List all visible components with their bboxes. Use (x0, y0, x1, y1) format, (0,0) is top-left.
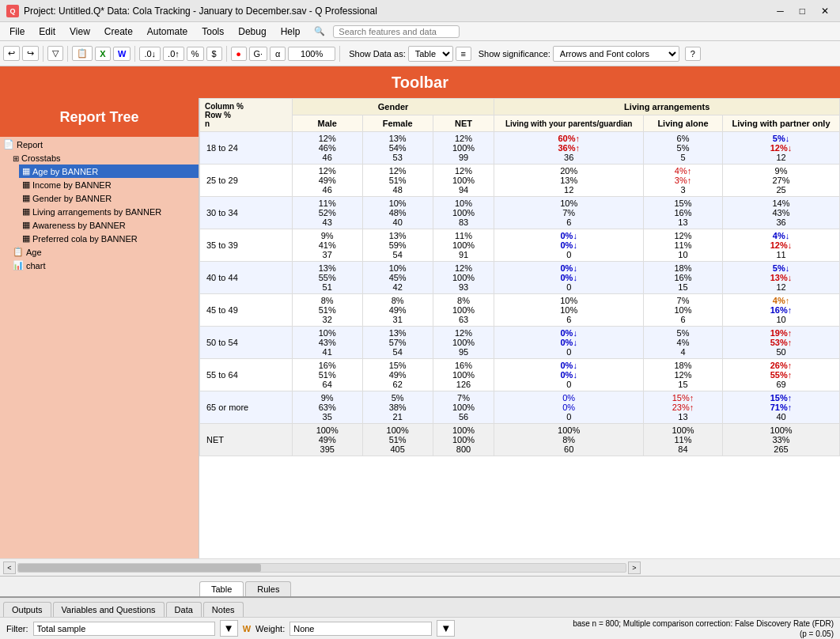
close-button[interactable]: ✕ (816, 6, 834, 17)
significance-dropdown[interactable]: Arrows and Font colors (553, 46, 679, 62)
table-row: 65 or more 9%63%35 5%38%21 7%100%56 0%0%… (200, 391, 840, 424)
minimize-button[interactable]: ─ (772, 6, 789, 17)
alpha-button[interactable]: α (270, 47, 286, 61)
excel-button[interactable]: X (95, 47, 111, 61)
cell-net: 16%100%126 (433, 359, 494, 391)
col-parents-header: Living with your parents/guardian (494, 115, 644, 132)
tree-item-age-banner[interactable]: ▦ Age by BANNER (19, 164, 199, 178)
col-header-colpct: Column % (205, 102, 287, 111)
zoom-button[interactable]: 100% (288, 47, 335, 61)
maximize-button[interactable]: □ (795, 6, 810, 17)
tab-notes[interactable]: Notes (203, 602, 244, 617)
tree-item-income-banner[interactable]: ▦ Income by BANNER (19, 178, 199, 191)
tree-table4-icon: ▦ (22, 206, 30, 217)
cell-partner: 100%33%265 (723, 424, 840, 456)
cell-parents: 0%0%0 (494, 391, 644, 424)
tree-item-preferred-cola[interactable]: ▦ Preferred cola by BANNER (19, 232, 199, 245)
weight-input[interactable] (289, 622, 432, 636)
inc-decimals-button[interactable]: .0↑ (163, 47, 184, 61)
copy-button[interactable]: 📋 (72, 46, 93, 61)
cell-male: 9%41%37 (292, 229, 362, 262)
currency-button[interactable]: $ (206, 47, 222, 61)
table-row: 25 to 29 12%49%46 12%51%48 12%100%94 20%… (200, 164, 840, 197)
tree-item-living-banner[interactable]: ▦ Living arrangements by BANNER (19, 205, 199, 218)
show-data-btn[interactable]: ≡ (456, 47, 471, 61)
scroll-left-btn[interactable]: < (3, 561, 16, 574)
font-button[interactable]: G· (249, 47, 268, 61)
scroll-thumb (18, 564, 261, 572)
row-label: 45 to 49 (200, 294, 293, 327)
tree-item-crosstabs[interactable]: ⊞ Crosstabs (9, 152, 199, 164)
cell-male: 12%46%46 (292, 132, 362, 164)
word-button[interactable]: W (113, 47, 131, 61)
menu-tools[interactable]: Tools (195, 25, 230, 39)
menu-view[interactable]: View (63, 25, 96, 39)
row-label: 18 to 24 (200, 132, 293, 164)
menu-help[interactable]: Help (274, 25, 307, 39)
show-data-dropdown[interactable]: Table (408, 46, 453, 62)
tab-table[interactable]: Table (199, 581, 244, 596)
cell-alone: 15%↑23%↑13 (643, 391, 722, 424)
tree-table5-icon: ▦ (22, 220, 30, 230)
tree-item-awareness-banner[interactable]: ▦ Awareness by BANNER (19, 218, 199, 232)
color-button[interactable]: ● (231, 47, 247, 61)
scroll-track[interactable] (17, 563, 626, 573)
cell-parents: 10%10%6 (494, 294, 644, 327)
tree-item-gender-banner[interactable]: ▦ Gender by BANNER (19, 191, 199, 205)
cell-partner: 14%43%36 (723, 197, 840, 229)
cell-female: 13%59%54 (362, 229, 433, 262)
col-female-header: Female (362, 115, 433, 132)
scroll-right-btn[interactable]: > (628, 561, 641, 574)
col-alone-header: Living alone (643, 115, 722, 132)
cell-male: 13%55%51 (292, 262, 362, 294)
help-button[interactable]: ? (685, 47, 701, 61)
dec-decimals-button[interactable]: .0↓ (139, 47, 161, 61)
cell-parents: 60%↑36%↑36 (494, 132, 644, 164)
show-significance-label: Show significance: (479, 49, 551, 59)
cell-male: 9%63%35 (292, 391, 362, 424)
undo-button[interactable]: ↩ (3, 46, 20, 61)
tree-chart-icon: 📊 (13, 260, 24, 270)
cell-parents: 0%↓0%↓0 (494, 327, 644, 359)
col-male-header: Male (292, 115, 362, 132)
row-label: 50 to 54 (200, 327, 293, 359)
tree-item-age[interactable]: 📋 Age (9, 245, 199, 259)
row-label: 55 to 64 (200, 359, 293, 391)
gender-group-header: Gender (292, 99, 494, 115)
menu-file[interactable]: File (3, 25, 31, 39)
menu-create[interactable]: Create (98, 25, 139, 39)
tab-rules[interactable]: Rules (245, 581, 291, 596)
menu-edit[interactable]: Edit (32, 25, 62, 39)
cell-net: 100%100%800 (433, 424, 494, 456)
cell-female: 12%51%48 (362, 164, 433, 197)
weight-dropdown-btn[interactable]: ▼ (437, 620, 455, 637)
col-net-header: NET (433, 115, 494, 132)
tree-item-report[interactable]: 📄 Report (0, 137, 199, 152)
tree-table-icon: ▦ (22, 166, 30, 176)
cell-male: 11%52%43 (292, 197, 362, 229)
percent-button[interactable]: % (187, 47, 204, 61)
menu-debug[interactable]: Debug (232, 25, 272, 39)
filter-dropdown-btn[interactable]: ▼ (220, 620, 238, 637)
scroll-area[interactable]: < > (0, 558, 840, 576)
filter-button[interactable]: ▽ (47, 46, 63, 61)
toolbar-bar: ↩ ↪ ▽ 📋 X W .0↓ .0↑ % $ ● G· α 100% Show… (0, 41, 840, 66)
cell-male: 12%49%46 (292, 164, 362, 197)
cell-male: 10%43%41 (292, 327, 362, 359)
table-area[interactable]: Column % Row % n Gender Living arrangeme… (199, 98, 840, 558)
redo-button[interactable]: ↪ (22, 46, 39, 61)
toolbar-header-label: Toolbar (392, 74, 448, 92)
filter-input[interactable] (33, 622, 215, 636)
cell-parents: 100%8%60 (494, 424, 644, 456)
bottom-tabs: Outputs Variables and Questions Data Not… (0, 596, 840, 617)
cell-alone: 6%5%5 (643, 132, 722, 164)
tree-item-chart[interactable]: 📊 chart (9, 259, 199, 272)
cell-net: 8%100%63 (433, 294, 494, 327)
search-input[interactable] (333, 25, 460, 38)
menu-automate[interactable]: Automate (141, 25, 194, 39)
tab-outputs[interactable]: Outputs (3, 602, 51, 617)
tab-variables-questions[interactable]: Variables and Questions (53, 602, 165, 617)
table-row: 18 to 24 12%46%46 13%54%53 12%100%99 60%… (200, 132, 840, 164)
tab-data[interactable]: Data (166, 602, 202, 617)
cell-female: 8%49%31 (362, 294, 433, 327)
